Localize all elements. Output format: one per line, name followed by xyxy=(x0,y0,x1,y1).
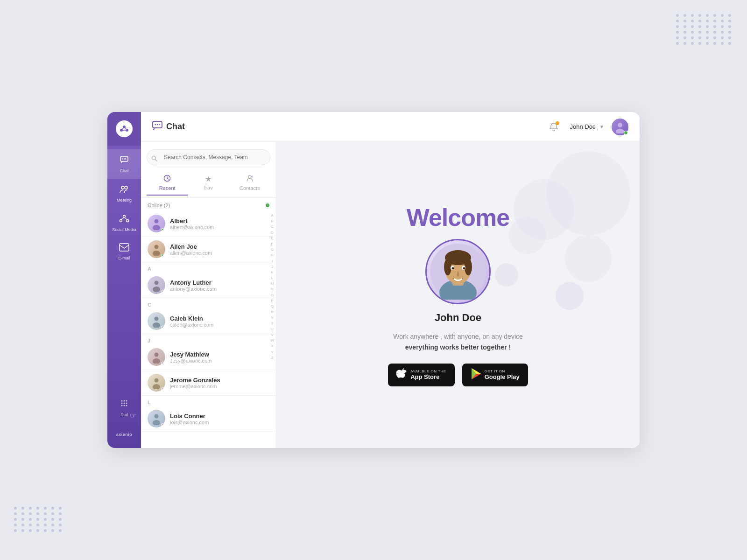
app-store-button[interactable]: Availble on the App Store xyxy=(388,364,454,386)
lois-status xyxy=(161,423,165,427)
alpha-i[interactable]: I xyxy=(268,259,276,264)
alpha-q[interactable]: Q xyxy=(268,304,276,309)
alpha-n[interactable]: N xyxy=(268,287,276,292)
svg-point-46 xyxy=(155,353,159,357)
welcome-subtitle: Work anywhere , with anyone, on any devi… xyxy=(393,331,523,352)
svg-point-24 xyxy=(121,405,123,406)
contact-allen[interactable]: Allen Joe allen@axionc.com xyxy=(141,237,276,262)
svg-point-44 xyxy=(155,317,159,321)
profile-name: John Doe xyxy=(435,312,481,324)
store-buttons: Availble on the App Store xyxy=(388,364,528,386)
online-section: Online (2) xyxy=(141,198,276,211)
contact-jerome[interactable]: Jerome Gonzales jerome@axionc.com xyxy=(141,370,276,396)
svg-point-51 xyxy=(153,420,160,425)
notification-bell[interactable] xyxy=(545,119,562,135)
svg-point-9 xyxy=(125,158,126,159)
svg-point-38 xyxy=(155,219,159,224)
alpha-k[interactable]: K xyxy=(268,270,276,275)
allen-name: Allen Joe xyxy=(170,243,269,250)
sidebar-item-email[interactable]: E-mail xyxy=(107,238,141,266)
contacts-icon xyxy=(246,175,254,184)
alpha-f[interactable]: F xyxy=(268,241,276,246)
sidebar-item-chat[interactable]: Chat xyxy=(107,149,141,179)
alpha-t[interactable]: T xyxy=(268,321,276,326)
allen-status xyxy=(161,254,165,258)
user-avatar-header[interactable] xyxy=(612,119,628,135)
alpha-m[interactable]: M xyxy=(268,281,276,286)
svg-point-26 xyxy=(126,405,127,406)
svg-point-11 xyxy=(125,186,127,189)
alpha-z[interactable]: Z xyxy=(268,355,276,360)
svg-point-7 xyxy=(122,158,123,159)
contact-antony[interactable]: Antony Luther antony@axionc.com xyxy=(141,273,276,298)
welcome-content: Welcome xyxy=(388,203,528,386)
profile-circle xyxy=(425,239,491,304)
svg-point-10 xyxy=(121,186,124,189)
alpha-o[interactable]: O xyxy=(268,293,276,298)
google-play-icon xyxy=(471,368,481,382)
app-logo[interactable] xyxy=(107,112,141,146)
alpha-r[interactable]: R xyxy=(268,309,276,315)
svg-point-28 xyxy=(155,124,156,126)
svg-line-16 xyxy=(124,218,127,220)
tab-recent[interactable]: Recent xyxy=(147,171,188,196)
svg-point-23 xyxy=(126,403,127,404)
avatar-caleb xyxy=(148,312,165,330)
contact-lois[interactable]: Lois Conner lois@axionc.com xyxy=(141,406,276,432)
user-online-dot xyxy=(624,131,628,135)
sidebar-item-chat-label: Chat xyxy=(120,168,128,173)
alpha-s[interactable]: S xyxy=(268,315,276,320)
svg-point-18 xyxy=(121,400,123,402)
alpha-e[interactable]: E xyxy=(268,236,276,241)
svg-point-41 xyxy=(153,251,160,256)
fav-icon: ★ xyxy=(205,175,211,183)
alpha-p[interactable]: P xyxy=(268,298,276,303)
alpha-x[interactable]: X xyxy=(268,343,276,349)
section-j: J xyxy=(141,334,276,344)
sidebar-item-dial[interactable]: Dial ☞ xyxy=(107,392,141,423)
alpha-y[interactable]: Y xyxy=(268,350,276,355)
alpha-v[interactable]: V xyxy=(268,332,276,337)
search-input[interactable] xyxy=(147,149,270,165)
lois-info: Lois Conner lois@axionc.com xyxy=(170,413,269,425)
alphabet-index: ABCDEFGHIJKLMNOPQRSTUVWXYZ xyxy=(268,211,276,448)
antony-email: antony@axionc.com xyxy=(170,286,269,292)
google-play-button[interactable]: GET IT ON Google Play xyxy=(462,364,528,386)
alpha-l[interactable]: L xyxy=(268,275,276,280)
svg-point-21 xyxy=(121,403,123,404)
alpha-u[interactable]: U xyxy=(268,327,276,332)
play-store-text: GET IT ON Google Play xyxy=(485,369,520,380)
alpha-g[interactable]: G xyxy=(268,247,276,252)
contact-jesy[interactable]: Jesy Mathiew Jesy@axionc.com xyxy=(141,344,276,370)
svg-line-4 xyxy=(124,127,127,130)
alpha-h[interactable]: H xyxy=(268,252,276,258)
play-store-sub: GET IT ON xyxy=(485,369,520,373)
tab-contacts[interactable]: Contacts xyxy=(229,171,270,196)
alpha-a[interactable]: A xyxy=(268,213,276,218)
tab-fav[interactable]: ★ Fav xyxy=(188,171,229,196)
content-split: Recent ★ Fav xyxy=(141,142,640,448)
allen-info: Allen Joe allen@axionc.com xyxy=(170,243,269,256)
user-info[interactable]: John Doe ▼ xyxy=(566,121,608,132)
svg-line-34 xyxy=(155,160,157,161)
app-store-text: Availble on the App Store xyxy=(410,369,446,380)
contact-albert[interactable]: Albert albert@axionc.com xyxy=(141,211,276,237)
chat-sidebar: Recent ★ Fav xyxy=(141,142,276,448)
user-name: John Doe xyxy=(570,123,596,130)
contact-list: Albert albert@axionc.com xyxy=(141,211,276,448)
sidebar-item-meeting-label: Meeting xyxy=(117,198,132,203)
svg-rect-17 xyxy=(120,244,129,251)
svg-point-32 xyxy=(616,129,624,133)
contact-caleb[interactable]: Caleb Klein caleb@axionc.com xyxy=(141,308,276,334)
sidebar-item-meeting[interactable]: Meeting xyxy=(107,179,141,208)
alpha-b[interactable]: B xyxy=(268,218,276,224)
alpha-w[interactable]: W xyxy=(268,338,276,343)
svg-line-3 xyxy=(121,127,124,130)
sidebar-item-social[interactable]: Social Media xyxy=(107,208,141,238)
tab-contacts-label: Contacts xyxy=(240,185,260,191)
section-l: L xyxy=(141,396,276,406)
alpha-d[interactable]: D xyxy=(268,230,276,235)
alpha-j[interactable]: J xyxy=(268,264,276,269)
alpha-c[interactable]: C xyxy=(268,224,276,229)
decorative-dots-bottom: for(let i=0;i<35;i++) document.currentSc… xyxy=(14,507,63,532)
